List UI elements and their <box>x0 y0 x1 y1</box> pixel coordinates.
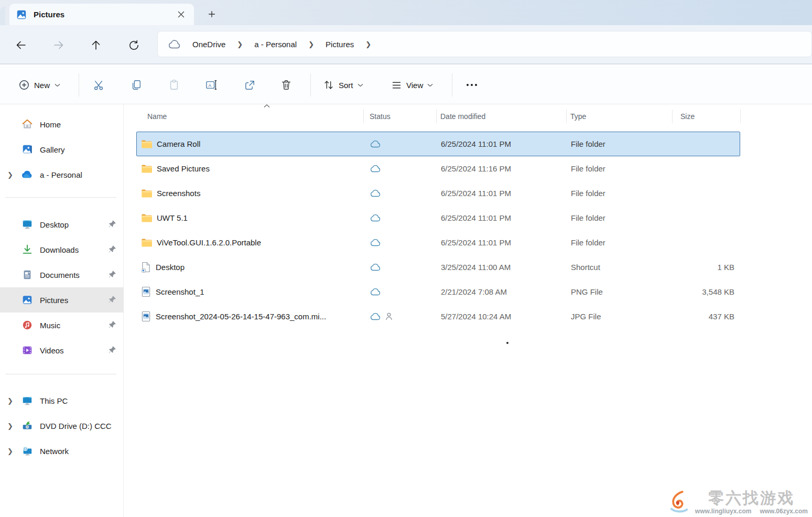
tab-pictures[interactable]: Pictures <box>9 4 194 25</box>
pin-icon[interactable] <box>107 244 117 254</box>
sidebar-item-label: Documents <box>40 271 80 279</box>
cut-button[interactable] <box>87 74 110 95</box>
new-button-label: New <box>34 81 50 90</box>
column-divider[interactable] <box>363 110 364 123</box>
navigation-bar: OneDrive ❯ a - Personal ❯ Pictures ❯ <box>0 25 812 64</box>
back-button[interactable] <box>12 37 30 53</box>
file-row-screenshots[interactable]: Screenshots 6/25/2024 11:01 PM File fold… <box>136 181 740 206</box>
refresh-button[interactable] <box>124 37 143 53</box>
sidebar-item-label: Music <box>40 321 60 330</box>
sidebar-item-network[interactable]: ❯ Network <box>0 438 124 464</box>
pin-icon[interactable] <box>107 320 117 329</box>
forward-button[interactable] <box>49 37 68 53</box>
toolbar-separator <box>310 73 311 96</box>
expand-chevron-icon[interactable]: ❯ <box>7 447 21 455</box>
tab-title: Pictures <box>34 10 168 19</box>
pin-icon[interactable] <box>107 219 117 229</box>
column-header-date-modified[interactable]: Date modified <box>436 112 566 121</box>
paste-button[interactable] <box>163 74 186 95</box>
folder-icon <box>141 213 152 223</box>
expand-chevron-icon[interactable]: ❯ <box>7 171 21 179</box>
folder-icon <box>141 164 152 174</box>
pin-icon[interactable] <box>107 295 117 304</box>
svg-text:A: A <box>209 83 212 88</box>
copy-button[interactable] <box>125 74 148 95</box>
pin-icon[interactable] <box>107 345 117 354</box>
see-more-button[interactable] <box>460 74 483 95</box>
file-row-uwt[interactable]: UWT 5.1 6/25/2024 11:01 PM File folder <box>136 206 740 230</box>
window-corner-decoration <box>0 6 5 25</box>
rename-button[interactable]: A <box>200 74 223 95</box>
pictures-tab-icon <box>16 9 27 20</box>
breadcrumb-chevron-icon[interactable]: ❯ <box>305 40 317 48</box>
new-tab-button[interactable] <box>203 6 220 22</box>
file-row-camera-roll[interactable]: Camera Roll 6/25/2024 11:01 PM File fold… <box>136 132 740 156</box>
file-row-screenshot-1[interactable]: Screenshot_1 2/21/2024 7:08 AM PNG File … <box>136 279 740 304</box>
share-button[interactable] <box>238 74 261 95</box>
view-button-label: View <box>406 81 423 90</box>
breadcrumb-chevron-icon[interactable]: ❯ <box>234 40 246 48</box>
sidebar-item-this-pc[interactable]: ❯ This PC <box>0 388 124 413</box>
expand-chevron-icon[interactable]: ❯ <box>7 422 21 430</box>
file-row-screenshot-2024[interactable]: Screenshot_2024-05-26-14-15-47-963_com.m… <box>136 304 740 329</box>
column-divider[interactable] <box>436 110 437 123</box>
pictures-icon <box>21 294 34 306</box>
view-button[interactable]: View <box>386 74 438 95</box>
delete-button[interactable] <box>275 74 298 95</box>
tab-close-icon[interactable] <box>174 8 188 21</box>
watermark-url-left: www.lingliuyx.com <box>695 508 752 515</box>
sort-button-label: Sort <box>339 81 353 90</box>
sidebar-item-home[interactable]: Home <box>0 112 124 137</box>
address-bar[interactable]: OneDrive ❯ a - Personal ❯ Pictures ❯ <box>157 31 812 57</box>
sidebar-divider <box>5 374 116 374</box>
watermark-logo-icon <box>667 490 691 515</box>
tab-bar: Pictures <box>0 0 812 25</box>
sidebar-divider <box>5 197 116 198</box>
sort-ascending-icon <box>263 104 270 108</box>
sort-button[interactable]: Sort <box>318 74 369 95</box>
sidebar-item-pictures[interactable]: Pictures <box>0 287 124 313</box>
sidebar-item-gallery[interactable]: Gallery <box>0 137 124 162</box>
column-header-row: Name Status Date modified Type Size <box>136 104 740 128</box>
image-file-icon <box>141 286 151 297</box>
sidebar-item-label: a - Personal <box>40 170 82 179</box>
breadcrumb-chevron-icon[interactable]: ❯ <box>362 40 374 48</box>
sidebar-item-onedrive-personal[interactable]: ❯ a - Personal <box>0 162 124 187</box>
new-button[interactable]: New <box>13 74 67 95</box>
breadcrumb-onedrive[interactable]: OneDrive <box>187 37 231 52</box>
sidebar-item-downloads[interactable]: Downloads <box>0 237 124 262</box>
cloud-status-icon <box>370 165 382 173</box>
sidebar-item-label: Downloads <box>40 245 79 254</box>
breadcrumb-pictures[interactable]: Pictures <box>320 37 359 52</box>
column-divider[interactable] <box>672 110 673 123</box>
desktop-icon <box>21 218 34 231</box>
breadcrumb-a-personal[interactable]: a - Personal <box>249 37 302 52</box>
column-header-status[interactable]: Status <box>363 112 436 121</box>
shortcut-file-icon <box>141 262 151 273</box>
file-row-desktop-shortcut[interactable]: Desktop 3/25/2024 11:00 AM Shortcut 1 KB <box>136 255 740 279</box>
cloud-status-icon <box>370 140 382 148</box>
sidebar-item-music[interactable]: Music <box>0 313 124 338</box>
sidebar-item-label: Gallery <box>40 145 65 154</box>
column-divider[interactable] <box>566 110 567 123</box>
file-row-vivetool[interactable]: ViVeTool.GUI.1.6.2.0.Portable 6/25/2024 … <box>136 230 740 255</box>
site-watermark: 零六找游戏 www.lingliuyx.com www.06zyx.com <box>667 490 808 515</box>
watermark-title: 零六找游戏 <box>708 490 795 506</box>
home-icon <box>21 118 34 131</box>
sidebar-item-dvd-drive[interactable]: ❯ DVD Drive (D:) CCC <box>0 413 124 438</box>
file-row-saved-pictures[interactable]: Saved Pictures 6/25/2024 11:16 PM File f… <box>136 156 740 181</box>
column-header-size[interactable]: Size <box>672 112 740 121</box>
sidebar-item-label: DVD Drive (D:) CCC <box>40 422 112 430</box>
column-header-name[interactable]: Name <box>136 112 363 121</box>
column-header-type[interactable]: Type <box>566 112 672 121</box>
watermark-url-right: www.06zyx.com <box>760 508 808 515</box>
column-divider[interactable] <box>740 110 741 123</box>
folder-icon <box>141 139 152 149</box>
sidebar-item-documents[interactable]: Documents <box>0 262 124 287</box>
sidebar-item-videos[interactable]: Videos <box>0 338 124 363</box>
pin-icon[interactable] <box>107 270 117 279</box>
sidebar-item-label: Network <box>40 447 69 456</box>
sidebar-item-desktop[interactable]: Desktop <box>0 212 124 237</box>
expand-chevron-icon[interactable]: ❯ <box>7 397 21 405</box>
up-button[interactable] <box>86 37 105 53</box>
